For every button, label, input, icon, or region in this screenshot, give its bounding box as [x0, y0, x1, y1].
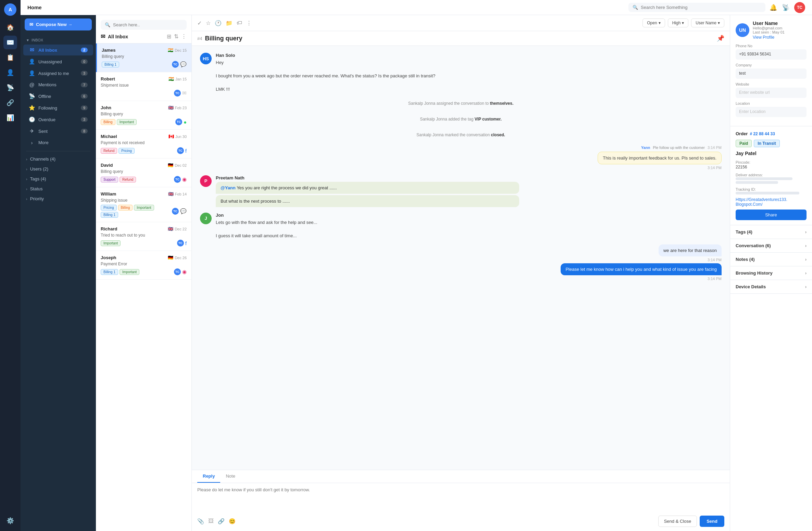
sidebar-tags[interactable]: › Tags (4): [21, 174, 96, 184]
filter-icon[interactable]: ⊞: [167, 33, 171, 40]
location-value[interactable]: Enter Location: [736, 107, 807, 117]
right-panel: UN User Name Hello@gmail.com Last seen :…: [730, 15, 812, 531]
nav-report-icon[interactable]: 📋: [3, 51, 17, 64]
image-icon[interactable]: 🖼: [208, 518, 214, 524]
nav-analytics-icon[interactable]: 📊: [3, 111, 17, 125]
sidebar-item-assigned-to-me[interactable]: 👤 Assigned to me 3: [23, 68, 93, 79]
browsing-history-header[interactable]: Browsing History ›: [730, 266, 812, 280]
sent-badge: 8: [81, 129, 88, 134]
inbox-card[interactable]: Richard 🇬🇧 Dec 22 Tried to reach out to …: [96, 222, 191, 251]
inbox-card[interactable]: John 🇬🇧 Feb 23 Billing query Billing Imp…: [96, 101, 191, 130]
assigned-icon: 👤: [29, 70, 35, 76]
share-button[interactable]: Share: [736, 210, 807, 220]
sidebar-item-mentions[interactable]: @ Mentions 7: [23, 79, 93, 90]
nav-home-icon[interactable]: 🏠: [3, 21, 17, 34]
message-body: Preetam Nath @Yann Yes you are right the…: [216, 175, 722, 207]
nav-channels-icon[interactable]: 📡: [3, 81, 17, 94]
notification-icon[interactable]: 🔔: [770, 4, 777, 11]
sidebar-item-label: Overdue: [38, 117, 55, 122]
nav-settings-icon[interactable]: ⚙️: [3, 514, 17, 528]
card-subject: Shipment issue: [101, 83, 187, 88]
attachment-icon[interactable]: 📎: [197, 518, 204, 524]
nav-integrations-icon[interactable]: 🔗: [3, 96, 17, 110]
tracking-line: [736, 192, 799, 194]
tag: Billing: [118, 205, 133, 211]
priority-status-btn[interactable]: High ▾: [668, 18, 689, 27]
check-icon[interactable]: ✓: [197, 20, 202, 26]
sender-name: Preetam Nath: [216, 175, 722, 180]
reply-tab[interactable]: Reply: [197, 470, 220, 483]
user-status-btn[interactable]: User Name ▾: [691, 18, 724, 27]
broadcast-icon[interactable]: 📡: [782, 4, 789, 11]
tags-header[interactable]: Tags (4) ›: [730, 225, 812, 239]
mini-avatar: TC: [174, 90, 181, 97]
open-status-btn[interactable]: Open ▾: [642, 18, 665, 27]
sort-icon[interactable]: ⇅: [174, 33, 178, 40]
inbox-card[interactable]: William 🇬🇧 Feb 14 Shipping issue Pricing…: [96, 187, 191, 222]
send-button[interactable]: Send: [700, 516, 724, 527]
search-box[interactable]: 🔍: [628, 3, 765, 12]
sidebar-item-overdue[interactable]: 🕐 Overdue 3: [23, 114, 93, 125]
reply-section: Reply Note 📎 🖼 🔗 😊 Send & Close Send: [192, 470, 730, 531]
card-footer: Support Refund TC ◉: [101, 176, 187, 183]
sidebar-item-sent[interactable]: ✈ Sent 8: [23, 126, 93, 137]
card-date: 🇩🇪 Dec 02: [168, 163, 187, 168]
inbox-card[interactable]: Michael 🇨🇦 Jun 30 Payment is not receive…: [96, 130, 191, 159]
browsing-history-label: Browsing History: [736, 270, 773, 276]
star-icon[interactable]: ☆: [206, 20, 211, 26]
message-body: Jon Lets go with the flow and ask for th…: [216, 213, 722, 239]
device-details-header[interactable]: Device Details ›: [730, 280, 812, 293]
reply-action-icons: 📎 🖼 🔗 😊: [197, 518, 236, 524]
notes-header[interactable]: Notes (4) ›: [730, 253, 812, 266]
more-options-icon[interactable]: ⋮: [181, 33, 187, 40]
sidebar-item-more[interactable]: › More: [23, 137, 93, 148]
inbox-group-label[interactable]: ▼ Inbox: [21, 36, 96, 44]
sidebar-item-label: Unassigned: [38, 59, 62, 64]
sidebar-item-all-inbox[interactable]: ✉ All Inbox 2: [23, 45, 93, 55]
link-icon[interactable]: 🔗: [218, 518, 225, 524]
inbox-card[interactable]: James 🇮🇳 Dec 15 Billing query Billing 1 …: [96, 43, 191, 72]
sidebar-status[interactable]: › Status: [21, 184, 96, 194]
order-link[interactable]: Https://Greatadventures133. Blogspot.Com…: [736, 197, 807, 207]
sidebar-priority[interactable]: › Priority: [21, 194, 96, 204]
conversation-header[interactable]: Conversation (6) ›: [730, 239, 812, 252]
bubble-message: This is really important feedback for us…: [598, 152, 722, 164]
note-tab[interactable]: Note: [220, 470, 240, 483]
search-input[interactable]: [641, 5, 761, 10]
inbox-card[interactable]: David 🇩🇪 Dec 02 Billing query Support Re…: [96, 159, 191, 187]
emoji-icon[interactable]: 😊: [229, 518, 236, 524]
tag: Important: [117, 119, 137, 125]
card-date: 🇮🇳 Jan 15: [168, 76, 187, 81]
inbox-search-input[interactable]: [113, 22, 183, 27]
sent-icon: ✈: [29, 128, 35, 134]
view-profile-link[interactable]: View Profile: [753, 35, 785, 40]
send-close-button[interactable]: Send & Close: [658, 516, 697, 527]
conversation-chevron-icon: ›: [805, 243, 807, 248]
more-icon[interactable]: ⋮: [246, 20, 252, 26]
inbox-card[interactable]: Joseph 🇩🇪 Dec 26 Payment Error Billing 1…: [96, 251, 191, 280]
order-detail: Pincode: 22156 Deliver address: Tracking…: [736, 160, 807, 220]
sidebar-item-following[interactable]: ⭐ Following 9: [23, 102, 93, 113]
inbox-card[interactable]: Robert 🇮🇳 Jan 15 Shipment issue TC ✉: [96, 72, 191, 101]
reply-textarea[interactable]: [197, 487, 724, 508]
compose-button[interactable]: ✉ Compose New →: [25, 18, 92, 30]
card-footer: Important TC f: [101, 240, 187, 246]
card-footer: TC ✉: [101, 90, 187, 97]
clock-icon[interactable]: 🕐: [215, 20, 222, 26]
website-value[interactable]: Enter website url: [736, 88, 807, 98]
sidebar-channels[interactable]: › Channels (4): [21, 154, 96, 164]
inbox-search-box[interactable]: 🔍: [101, 20, 187, 30]
tag: Billing: [101, 119, 115, 125]
pin-icon[interactable]: 📌: [717, 35, 724, 42]
sidebar-item-offline[interactable]: 📡 Offline 6: [23, 91, 93, 102]
folder-icon[interactable]: 📁: [226, 20, 233, 26]
nav-contacts-icon[interactable]: 👤: [3, 66, 17, 79]
mention-tag: @Yann: [221, 185, 236, 190]
nav-inbox-icon[interactable]: ✉️: [3, 36, 17, 49]
sidebar-item-unassigned[interactable]: 👤 Unassigned 0: [23, 56, 93, 67]
location-field: Location Enter Location: [736, 101, 807, 117]
sidebar-users[interactable]: › Users (2): [21, 164, 96, 174]
tag-icon[interactable]: 🏷: [237, 20, 242, 26]
sidebar-divider: [26, 151, 90, 151]
bubble-message: Please let me know how can i help you an…: [561, 263, 722, 275]
